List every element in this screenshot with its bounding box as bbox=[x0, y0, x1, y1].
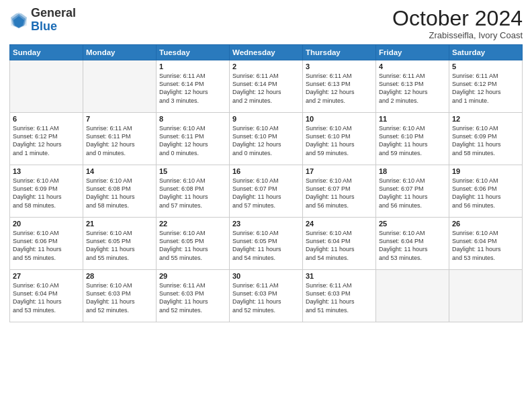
calendar-cell bbox=[10, 60, 83, 113]
day-header-sunday: Sunday bbox=[10, 45, 83, 60]
cell-content: Sunrise: 6:10 AM Sunset: 6:09 PM Dayligh… bbox=[452, 124, 519, 157]
logo-text: General Blue bbox=[31, 7, 76, 34]
calendar-cell: 26Sunrise: 6:10 AM Sunset: 6:04 PM Dayli… bbox=[449, 218, 523, 270]
day-number: 5 bbox=[452, 62, 519, 71]
calendar-cell: 9Sunrise: 6:10 AM Sunset: 6:10 PM Daylig… bbox=[230, 113, 303, 165]
calendar-cell bbox=[83, 60, 157, 113]
day-number: 28 bbox=[86, 272, 153, 280]
day-number: 4 bbox=[379, 62, 446, 71]
calendar-cell: 16Sunrise: 6:10 AM Sunset: 6:07 PM Dayli… bbox=[230, 165, 303, 218]
cell-content: Sunrise: 6:10 AM Sunset: 6:04 PM Dayligh… bbox=[379, 229, 446, 262]
header: General Blue October 2024 Zrabisseifla, … bbox=[9, 7, 523, 40]
cell-content: Sunrise: 6:10 AM Sunset: 6:08 PM Dayligh… bbox=[86, 177, 153, 210]
calendar-cell: 25Sunrise: 6:10 AM Sunset: 6:04 PM Dayli… bbox=[376, 218, 449, 270]
week-row-5: 27Sunrise: 6:10 AM Sunset: 6:04 PM Dayli… bbox=[10, 270, 523, 322]
day-number: 1 bbox=[159, 62, 226, 71]
cell-content: Sunrise: 6:10 AM Sunset: 6:09 PM Dayligh… bbox=[13, 177, 80, 210]
calendar-cell: 5Sunrise: 6:11 AM Sunset: 6:12 PM Daylig… bbox=[449, 60, 523, 113]
day-number: 18 bbox=[379, 167, 446, 175]
week-row-1: 1Sunrise: 6:11 AM Sunset: 6:14 PM Daylig… bbox=[10, 60, 523, 113]
calendar-cell: 18Sunrise: 6:10 AM Sunset: 6:07 PM Dayli… bbox=[376, 165, 449, 218]
cell-content: Sunrise: 6:10 AM Sunset: 6:07 PM Dayligh… bbox=[232, 177, 300, 210]
cell-content: Sunrise: 6:10 AM Sunset: 6:10 PM Dayligh… bbox=[306, 124, 373, 157]
day-number: 31 bbox=[306, 272, 373, 280]
cell-content: Sunrise: 6:10 AM Sunset: 6:08 PM Dayligh… bbox=[159, 177, 226, 210]
cell-content: Sunrise: 6:10 AM Sunset: 6:05 PM Dayligh… bbox=[159, 229, 226, 262]
calendar-cell: 30Sunrise: 6:11 AM Sunset: 6:03 PM Dayli… bbox=[230, 270, 303, 322]
cell-content: Sunrise: 6:10 AM Sunset: 6:10 PM Dayligh… bbox=[232, 124, 300, 157]
calendar-cell: 17Sunrise: 6:10 AM Sunset: 6:07 PM Dayli… bbox=[303, 165, 376, 218]
day-number: 21 bbox=[86, 220, 153, 228]
day-number: 11 bbox=[379, 115, 446, 123]
week-row-2: 6Sunrise: 6:11 AM Sunset: 6:12 PM Daylig… bbox=[10, 113, 523, 165]
calendar-cell: 4Sunrise: 6:11 AM Sunset: 6:13 PM Daylig… bbox=[376, 60, 449, 113]
day-number: 13 bbox=[13, 167, 80, 175]
day-number: 6 bbox=[13, 115, 80, 123]
cell-content: Sunrise: 6:11 AM Sunset: 6:13 PM Dayligh… bbox=[379, 72, 446, 105]
calendar-cell: 12Sunrise: 6:10 AM Sunset: 6:09 PM Dayli… bbox=[449, 113, 523, 165]
day-number: 30 bbox=[232, 272, 300, 280]
cell-content: Sunrise: 6:11 AM Sunset: 6:03 PM Dayligh… bbox=[306, 281, 373, 314]
calendar-cell: 11Sunrise: 6:10 AM Sunset: 6:10 PM Dayli… bbox=[376, 113, 449, 165]
calendar-cell: 3Sunrise: 6:11 AM Sunset: 6:13 PM Daylig… bbox=[303, 60, 376, 113]
cell-content: Sunrise: 6:10 AM Sunset: 6:04 PM Dayligh… bbox=[306, 229, 373, 262]
cell-content: Sunrise: 6:10 AM Sunset: 6:07 PM Dayligh… bbox=[306, 177, 373, 210]
cell-content: Sunrise: 6:10 AM Sunset: 6:11 PM Dayligh… bbox=[159, 124, 226, 157]
month-title: October 2024 bbox=[392, 7, 523, 30]
cell-content: Sunrise: 6:10 AM Sunset: 6:04 PM Dayligh… bbox=[13, 281, 80, 314]
calendar-cell: 27Sunrise: 6:10 AM Sunset: 6:04 PM Dayli… bbox=[10, 270, 83, 322]
cell-content: Sunrise: 6:10 AM Sunset: 6:07 PM Dayligh… bbox=[379, 177, 446, 210]
week-row-4: 20Sunrise: 6:10 AM Sunset: 6:06 PM Dayli… bbox=[10, 218, 523, 270]
week-row-3: 13Sunrise: 6:10 AM Sunset: 6:09 PM Dayli… bbox=[10, 165, 523, 218]
day-number: 7 bbox=[86, 115, 153, 123]
cell-content: Sunrise: 6:10 AM Sunset: 6:05 PM Dayligh… bbox=[86, 229, 153, 262]
cell-content: Sunrise: 6:11 AM Sunset: 6:03 PM Dayligh… bbox=[232, 281, 300, 314]
day-number: 15 bbox=[159, 167, 226, 175]
cell-content: Sunrise: 6:11 AM Sunset: 6:11 PM Dayligh… bbox=[86, 124, 153, 157]
calendar-cell: 21Sunrise: 6:10 AM Sunset: 6:05 PM Dayli… bbox=[83, 218, 157, 270]
cell-content: Sunrise: 6:10 AM Sunset: 6:04 PM Dayligh… bbox=[452, 229, 519, 262]
logo-icon bbox=[9, 11, 28, 30]
calendar-cell: 8Sunrise: 6:10 AM Sunset: 6:11 PM Daylig… bbox=[157, 113, 230, 165]
cell-content: Sunrise: 6:11 AM Sunset: 6:14 PM Dayligh… bbox=[159, 72, 226, 105]
calendar-cell: 20Sunrise: 6:10 AM Sunset: 6:06 PM Dayli… bbox=[10, 218, 83, 270]
calendar-cell: 29Sunrise: 6:11 AM Sunset: 6:03 PM Dayli… bbox=[157, 270, 230, 322]
day-number: 23 bbox=[232, 220, 300, 228]
header-row: SundayMondayTuesdayWednesdayThursdayFrid… bbox=[10, 45, 523, 60]
day-number: 10 bbox=[306, 115, 373, 123]
cell-content: Sunrise: 6:10 AM Sunset: 6:06 PM Dayligh… bbox=[452, 177, 519, 210]
day-number: 14 bbox=[86, 167, 153, 175]
calendar-cell: 23Sunrise: 6:10 AM Sunset: 6:05 PM Dayli… bbox=[230, 218, 303, 270]
calendar-cell: 1Sunrise: 6:11 AM Sunset: 6:14 PM Daylig… bbox=[157, 60, 230, 113]
day-header-friday: Friday bbox=[376, 45, 449, 60]
day-number: 17 bbox=[306, 167, 373, 175]
cell-content: Sunrise: 6:10 AM Sunset: 6:10 PM Dayligh… bbox=[379, 124, 446, 157]
day-number: 12 bbox=[452, 115, 519, 123]
calendar-cell: 31Sunrise: 6:11 AM Sunset: 6:03 PM Dayli… bbox=[303, 270, 376, 322]
day-number: 19 bbox=[452, 167, 519, 175]
cell-content: Sunrise: 6:11 AM Sunset: 6:12 PM Dayligh… bbox=[13, 124, 80, 157]
cell-content: Sunrise: 6:11 AM Sunset: 6:03 PM Dayligh… bbox=[159, 281, 226, 314]
calendar-cell: 13Sunrise: 6:10 AM Sunset: 6:09 PM Dayli… bbox=[10, 165, 83, 218]
cell-content: Sunrise: 6:11 AM Sunset: 6:13 PM Dayligh… bbox=[306, 72, 373, 105]
day-number: 27 bbox=[13, 272, 80, 280]
day-number: 25 bbox=[379, 220, 446, 228]
day-header-saturday: Saturday bbox=[449, 45, 523, 60]
day-header-monday: Monday bbox=[83, 45, 157, 60]
location: Zrabisseifla, Ivory Coast bbox=[392, 30, 523, 40]
calendar-cell: 22Sunrise: 6:10 AM Sunset: 6:05 PM Dayli… bbox=[157, 218, 230, 270]
day-number: 24 bbox=[306, 220, 373, 228]
day-number: 26 bbox=[452, 220, 519, 228]
day-header-tuesday: Tuesday bbox=[157, 45, 230, 60]
cell-content: Sunrise: 6:10 AM Sunset: 6:06 PM Dayligh… bbox=[13, 229, 80, 262]
cell-content: Sunrise: 6:11 AM Sunset: 6:14 PM Dayligh… bbox=[232, 72, 300, 105]
calendar-cell: 15Sunrise: 6:10 AM Sunset: 6:08 PM Dayli… bbox=[157, 165, 230, 218]
logo: General Blue bbox=[9, 7, 76, 34]
day-number: 2 bbox=[232, 62, 300, 71]
calendar-cell: 28Sunrise: 6:10 AM Sunset: 6:03 PM Dayli… bbox=[83, 270, 157, 322]
calendar-cell bbox=[449, 270, 523, 322]
day-number: 22 bbox=[159, 220, 226, 228]
day-number: 20 bbox=[13, 220, 80, 228]
cell-content: Sunrise: 6:11 AM Sunset: 6:12 PM Dayligh… bbox=[452, 72, 519, 105]
day-number: 9 bbox=[232, 115, 300, 123]
